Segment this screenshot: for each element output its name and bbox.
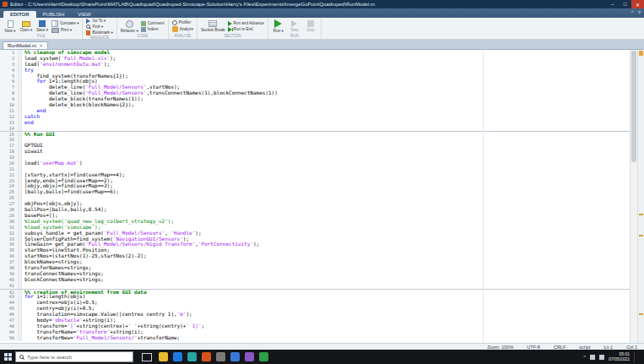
line-number[interactable]: 18 (0, 149, 17, 155)
taskbar-clock[interactable]: 05:0107/05/2021 (609, 352, 630, 361)
start-button[interactable] (0, 350, 15, 364)
taskbar-app-icon[interactable] (187, 352, 197, 361)
network-icon[interactable] (590, 355, 595, 360)
tray-expand-icon[interactable]: ^ (583, 355, 586, 360)
refactor-button[interactable]: Refactor ▾ (121, 20, 138, 33)
ribbon-tab-view[interactable]: VIEW (71, 11, 97, 18)
indent-button[interactable]: Indent (141, 27, 165, 32)
line-number[interactable]: 46 (0, 312, 17, 318)
indicator-tick[interactable] (639, 214, 643, 215)
step-button[interactable]: Step (288, 20, 301, 32)
line-number[interactable]: 44 (0, 300, 17, 306)
task-view-icon[interactable] (142, 353, 152, 361)
taskbar-app-icon[interactable] (173, 352, 182, 361)
profiler-button[interactable]: Profiler (172, 20, 193, 25)
code-line[interactable]: 37blockNames=strings; (0, 259, 630, 265)
line-number[interactable]: 47 (0, 318, 17, 323)
line-number[interactable]: 49 (0, 329, 17, 335)
code-line[interactable]: 11 end (0, 108, 630, 114)
code-editor[interactable]: 1%% cleanup of simscape model2load_syste… (0, 50, 644, 343)
scrollbar-thumb[interactable] (631, 51, 636, 162)
line-number[interactable]: 45 (0, 306, 17, 312)
line-number[interactable]: 27 (0, 201, 17, 207)
line-number[interactable]: 21 (0, 166, 17, 172)
line-number[interactable]: 23 (0, 178, 17, 184)
indicator-tick[interactable] (639, 313, 643, 315)
message-indicator-bar[interactable] (637, 50, 644, 343)
code-line[interactable]: 17GPTGUI (0, 143, 630, 149)
line-number[interactable]: 41 (0, 283, 17, 289)
save-button[interactable]: Save ▾ (35, 20, 49, 32)
code-line[interactable]: 50 transforNew='Full_Model/Sensors/'+tra… (0, 335, 630, 341)
line-number[interactable]: 25 (0, 189, 17, 195)
code-line[interactable]: 13end (0, 120, 630, 126)
minimize-button[interactable]: – (606, 0, 619, 8)
line-number[interactable]: 8 (0, 90, 17, 96)
code-line[interactable]: 26 (0, 195, 630, 201)
document-tab-runmodel.m[interactable]: RunModel.m× (3, 41, 48, 49)
find-button[interactable]: Find ▾ (86, 24, 112, 30)
code-line[interactable]: 16 (0, 137, 630, 143)
line-number[interactable]: 5 (0, 73, 17, 79)
line-number[interactable]: 43 (0, 294, 17, 300)
open-button[interactable]: Open ▾ (19, 21, 33, 32)
line-number[interactable]: 17 (0, 143, 17, 149)
taskbar-search-input[interactable]: Type here to search (15, 351, 133, 362)
line-number[interactable]: 16 (0, 137, 17, 143)
ribbon-tab-editor[interactable]: EDITOR (3, 11, 36, 18)
line-number[interactable]: 39 (0, 271, 17, 277)
line-number[interactable]: 2 (0, 56, 17, 62)
line-number[interactable]: 7 (0, 84, 17, 90)
notification-icon[interactable] (634, 352, 642, 362)
code-line[interactable]: 36startNos=[startNos(1)-25,startNos(2)-2… (0, 253, 630, 259)
code-line[interactable]: 18uiwait (0, 149, 630, 155)
taskbar-app-icon[interactable] (159, 352, 168, 361)
code-line[interactable]: 10 delete_block(blockNames{2}); (0, 102, 630, 108)
taskbar-app-icon[interactable] (259, 352, 268, 361)
compare-button[interactable]: Compare ▾ (51, 20, 78, 27)
line-number[interactable]: 19 (0, 155, 17, 160)
line-number[interactable]: 13 (0, 120, 17, 126)
code-line[interactable]: 14 (0, 126, 630, 132)
line-number[interactable]: 32 (0, 231, 17, 236)
new-button[interactable]: New ▾ (3, 20, 17, 33)
line-number[interactable]: 9 (0, 96, 17, 102)
close-button[interactable]: ✕ (631, 0, 644, 8)
line-number[interactable]: 24 (0, 183, 17, 189)
go-to-button[interactable]: Go To ▾ (86, 19, 112, 24)
maximize-button[interactable]: □ (619, 0, 631, 8)
line-number[interactable]: 6 (0, 79, 17, 84)
line-number[interactable]: 38 (0, 265, 17, 271)
stop-button[interactable]: Stop (304, 20, 317, 32)
ribbon-tab-publish[interactable]: PUBLISH (36, 11, 72, 18)
line-number[interactable]: 26 (0, 195, 17, 201)
code-line[interactable]: 25[bally,ballx]=find(userMap==6); (0, 189, 630, 195)
run-to-end-button[interactable]: Run to End (228, 27, 264, 32)
help-icon[interactable]: ? (638, 9, 641, 16)
line-number[interactable]: 3 (0, 62, 17, 68)
line-number[interactable]: 35 (0, 247, 17, 253)
line-number[interactable]: 30 (0, 219, 17, 225)
code-line[interactable]: 40blockConnectNames=strings; (0, 277, 630, 283)
line-number[interactable]: 34 (0, 242, 17, 247)
indicator-status-box[interactable] (639, 51, 643, 56)
line-number[interactable]: 33 (0, 236, 17, 242)
line-number[interactable]: 12 (0, 114, 17, 120)
line-number[interactable]: 31 (0, 225, 17, 231)
print-button[interactable]: Print ▾ (51, 28, 78, 33)
close-tab-icon[interactable]: × (40, 43, 43, 48)
line-number[interactable]: 22 (0, 172, 17, 178)
taskbar-app-icon[interactable] (245, 352, 254, 361)
code-line[interactable]: 15%% Run GUI (0, 131, 630, 137)
run-button[interactable]: Run ▾ (272, 19, 285, 33)
code-line[interactable]: 20load('userMap.mat') (0, 160, 630, 166)
line-number[interactable]: 1 (0, 50, 17, 56)
analyze-button[interactable]: Analyze (172, 26, 193, 32)
line-number[interactable]: 10 (0, 102, 17, 108)
code-line[interactable]: 28ballPos=[ballx,bally,0.54]; (0, 207, 630, 213)
comment-button[interactable]: Comment (141, 21, 165, 26)
code-line[interactable]: 42%% creation of environment from GUI da… (0, 289, 630, 295)
code-line[interactable]: 3load('environmentData.mat'); (0, 62, 630, 68)
vertical-scrollbar[interactable] (630, 50, 637, 343)
line-number[interactable]: 29 (0, 213, 17, 219)
